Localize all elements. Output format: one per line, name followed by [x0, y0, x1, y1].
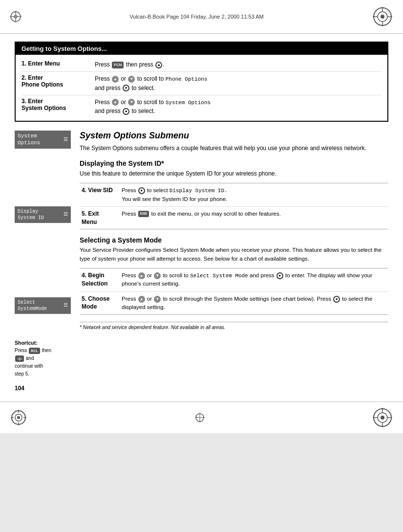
crosshair-decoration-tr: [371, 5, 394, 28]
down-nav3-icon: ▼: [154, 272, 161, 279]
shortcut-label: Shortcut:: [15, 339, 71, 347]
display-id-desc: Use this feature to determine the unique…: [80, 169, 388, 178]
sidebar-display-line1: Display: [18, 208, 44, 215]
footer-row: [0, 401, 403, 433]
step-5b-label: 5. ChooseMode: [82, 295, 116, 312]
sidebar-spacer-1: [15, 149, 71, 206]
getting-box-body: 1. Enter Menu Press FCN then press ▲. 2.…: [16, 55, 387, 121]
select-mode-title: Selecting a System Mode: [80, 236, 388, 244]
getting-step-2-desc: Press ▲ or ▼ to scroll to Phone Options …: [95, 74, 382, 92]
svg-point-13: [17, 416, 20, 419]
header-book-info: Vulcan-B.Book Page 104 Friday, June 2, 2…: [25, 14, 368, 20]
sidebar-select-systemmode: Select SystemMode ☰: [15, 297, 71, 314]
step-5b-desc: Press ▲ or ▼ to scroll through the Syste…: [122, 295, 386, 312]
sidebar-select-line1: Select: [18, 299, 47, 306]
sidebar-select-icon: ☰: [64, 302, 68, 309]
getting-step-2: 2. EnterPhone Options Press ▲ or ▼ to sc…: [21, 72, 382, 95]
select3-button-icon: ●: [138, 187, 145, 194]
section-intro: The System Options submenu offers a coup…: [80, 144, 388, 153]
sidebar-display-icon: ☰: [64, 211, 68, 218]
up-nav3-icon: ▲: [138, 272, 145, 279]
sidebar-select-line2: SystemMode: [18, 306, 47, 312]
display-id-title: Displaying the System ID*: [80, 159, 388, 167]
sidebar-spacer-3: [15, 314, 71, 330]
down-nav4-icon: ▼: [154, 296, 161, 303]
getting-to-box: Getting to System Options... 1. Enter Me…: [15, 42, 388, 122]
sidebar-system-options-line1: System: [18, 133, 40, 139]
up-button-icon: ▲: [155, 62, 162, 68]
sidebar-display-system-id: Display System ID ☰: [15, 206, 71, 223]
select-button-icon: ●: [123, 85, 129, 91]
footer-note: * Network and service dependent feature.…: [80, 322, 388, 330]
getting-step-3-label: 3. EnterSystem Options: [21, 98, 85, 116]
main-content: System Options ☰ Display System ID ☰: [15, 131, 388, 378]
step-4b-desc: Press ▲ or ▼ to scroll to Select System …: [122, 271, 386, 288]
step-4-desc: Press ● to select Display System ID. You…: [122, 186, 386, 203]
display-id-step-4: 4. View SID Press ● to select Display Sy…: [80, 183, 388, 207]
display-system-id-menu: Display System ID.: [170, 188, 228, 194]
crosshair-decoration-bl: [9, 408, 28, 427]
step-4b-label: 4. BeginSelection: [82, 271, 116, 288]
select5-button-icon: ●: [333, 296, 340, 303]
shortcut-content: Press RCL then ◁▷ and continue withstep …: [15, 347, 71, 378]
display-id-step-5: 5. ExitMenu Press END to exit the menu, …: [80, 207, 388, 229]
sidebar-display-line2: System ID: [18, 215, 44, 221]
select-mode-step-5: 5. ChooseMode Press ▲ or ▼ to scroll thr…: [80, 292, 388, 315]
fcn-button-icon: FCN: [112, 62, 124, 68]
select-mode-step-4: 4. BeginSelection Press ▲ or ▼ to scroll…: [80, 268, 388, 292]
getting-box-title: Getting to System Options...: [16, 43, 387, 55]
sidebar-spacer-2: [15, 223, 71, 297]
getting-step-1: 1. Enter Menu Press FCN then press ▲.: [21, 58, 382, 72]
display-id-steps: 4. View SID Press ● to select Display Sy…: [80, 183, 388, 229]
getting-step-1-label: 1. Enter Menu: [21, 60, 85, 69]
crosshair-decoration-br: [371, 406, 394, 429]
up-nav2-icon: ▲: [112, 99, 119, 106]
sidebar-system-options-line2: Options: [18, 139, 40, 146]
up-nav-icon: ▲: [112, 76, 119, 83]
select-mode-body: Your Service Provider configures Select …: [80, 246, 388, 263]
crosshair-decoration-tl: [9, 10, 22, 23]
sidebar-system-options-icon: ☰: [64, 136, 68, 143]
select4-button-icon: ●: [276, 272, 283, 279]
main-area: System Options Submenu The System Option…: [71, 131, 388, 378]
crosshair-decoration-bc: [192, 410, 207, 425]
getting-step-1-desc: Press FCN then press ▲.: [95, 60, 382, 69]
step-5-desc: Press END to exit the menu, or you may s…: [122, 210, 386, 226]
getting-step-3-desc: Press ▲ or ▼ to scroll to System Options…: [95, 98, 382, 116]
svg-point-23: [381, 416, 384, 420]
section-title: System Options Submenu: [80, 131, 388, 141]
select-system-mode-menu: Select System Mode: [190, 273, 248, 279]
up-nav4-icon: ▲: [138, 296, 145, 303]
system-options-menu: System Options: [166, 100, 211, 106]
phone-options-menu: Phone Options: [166, 76, 208, 82]
getting-step-3: 3. EnterSystem Options Press ▲ or ▼ to s…: [21, 95, 382, 118]
step-4-label: 4. View SID: [82, 186, 116, 203]
down-nav2-icon: ▼: [128, 99, 135, 106]
svg-point-6: [381, 15, 384, 19]
select2-button-icon: ●: [123, 108, 129, 115]
page-number: 104: [15, 385, 388, 392]
sidebar: System Options ☰ Display System ID ☰: [15, 131, 71, 378]
getting-step-2-label: 2. EnterPhone Options: [21, 74, 85, 92]
page-header: Vulcan-B.Book Page 104 Friday, June 2, 2…: [0, 0, 403, 34]
select-mode-steps: 4. BeginSelection Press ▲ or ▼ to scroll…: [80, 268, 388, 315]
down-nav-icon: ▼: [128, 76, 135, 83]
sidebar-system-options: System Options ☰: [15, 131, 71, 149]
arrow-button-icon: ◁▷: [15, 355, 24, 362]
step-5-label: 5. ExitMenu: [82, 210, 116, 226]
end-button-icon: END: [138, 211, 149, 217]
shortcut-box: Shortcut: Press RCL then ◁▷ and continue…: [15, 339, 71, 378]
rcl-button-icon: RCL: [29, 348, 40, 354]
